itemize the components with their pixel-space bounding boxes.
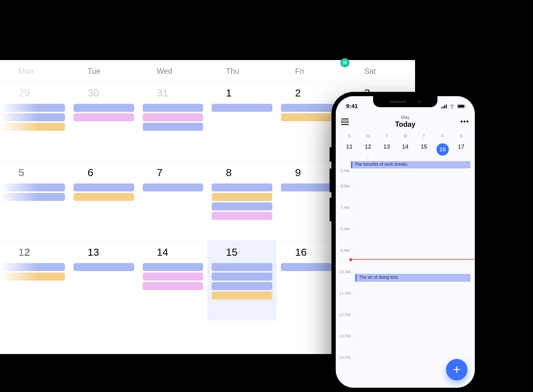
desktop-event-bar[interactable]: [212, 104, 272, 112]
desktop-event-bar[interactable]: [143, 113, 203, 121]
desktop-day-number: 31: [140, 87, 206, 99]
desktop-event-bar[interactable]: [143, 104, 203, 112]
desktop-day-number: 1: [209, 87, 275, 99]
phone-timed-event[interactable]: The art of doing less: [355, 274, 471, 282]
desktop-event-bar[interactable]: [74, 193, 134, 201]
phone-weekday: S: [452, 132, 471, 140]
phone-notch: [373, 96, 437, 107]
phone-date-cell[interactable]: 17: [452, 140, 471, 160]
phone-date-cell[interactable]: 14: [396, 140, 415, 160]
desktop-day-cell[interactable]: 8: [207, 161, 277, 241]
desktop-day-number: 13: [71, 246, 137, 258]
desktop-event-bar[interactable]: [2, 183, 65, 191]
desktop-event-bar[interactable]: [74, 104, 134, 112]
desktop-day-number: 2: [278, 87, 344, 99]
desktop-event-bar[interactable]: [212, 193, 272, 201]
desktop-event-bar[interactable]: [2, 123, 65, 131]
phone-header: May Today •••: [336, 113, 475, 132]
desktop-event-bar[interactable]: [212, 212, 272, 220]
signal-icon: [441, 104, 447, 108]
desktop-day-number: 7: [140, 167, 206, 179]
phone-hour-label: 8 AM: [336, 227, 354, 231]
desktop-event-bar[interactable]: [2, 113, 65, 121]
phone-hour-row: 8 AM: [336, 229, 475, 251]
phone-date-cell[interactable]: 16: [433, 140, 452, 160]
phone-weekday: W: [396, 132, 415, 140]
desktop-day-cell[interactable]: 5: [0, 161, 69, 241]
desktop-event-bar[interactable]: [2, 273, 65, 281]
phone-hour-label: 14 PM: [336, 355, 354, 360]
desktop-day-cell[interactable]: 29: [0, 81, 69, 161]
desktop-day-cell[interactable]: 12: [0, 241, 69, 320]
desktop-weekday: Mon: [0, 67, 69, 76]
phone-date-row: 11121314151617: [336, 140, 475, 160]
svg-rect-5: [458, 105, 464, 107]
desktop-weekday: Tue: [69, 67, 138, 76]
phone-hour-label: 0 AM: [336, 168, 354, 173]
desktop-day-cell[interactable]: 14: [138, 241, 208, 320]
desktop-event-bar[interactable]: [74, 263, 134, 271]
desktop-event-bar[interactable]: [2, 193, 65, 201]
desktop-day-number: 30: [71, 87, 137, 99]
desktop-event-bar[interactable]: [143, 123, 203, 131]
desktop-event-bar[interactable]: [212, 202, 272, 210]
phone-date-cell[interactable]: 15: [414, 140, 433, 160]
phone-volume-down: [330, 198, 331, 221]
desktop-event-bar[interactable]: [143, 273, 203, 281]
phone-allday-event[interactable]: The benefits of work breaks: [351, 161, 471, 168]
desktop-day-cell[interactable]: 6: [69, 161, 138, 241]
svg-rect-0: [441, 107, 442, 108]
phone-silence-switch: [330, 147, 331, 162]
desktop-day-number: 12: [2, 246, 67, 258]
desktop-day-cell[interactable]: 7: [138, 161, 208, 241]
desktop-event-bar[interactable]: [212, 183, 272, 191]
phone-weekday: S: [340, 132, 359, 140]
phone-power-button: [479, 175, 481, 208]
wifi-icon: [449, 104, 455, 108]
desktop-day-cell[interactable]: 30: [69, 81, 138, 161]
svg-rect-2: [444, 105, 445, 108]
more-icon[interactable]: •••: [453, 118, 469, 126]
desktop-event-bar[interactable]: [2, 263, 65, 271]
battery-icon: [457, 104, 466, 108]
desktop-day-cell[interactable]: 1: [207, 81, 277, 161]
svg-rect-3: [446, 104, 447, 108]
phone-hour-row: 7 AM: [336, 208, 475, 229]
phone-hour-row: 6 AM: [336, 186, 475, 208]
phone-screen: 9:41 May Today ••• SMTWTFS 1112: [336, 96, 475, 388]
desktop-event-bar[interactable]: [212, 273, 272, 281]
desktop-event-bar[interactable]: [2, 104, 65, 112]
desktop-day-number: 5: [2, 167, 67, 179]
phone-hour-row: 9 AM: [336, 251, 475, 272]
phone-hour-label: 11 AM: [336, 291, 354, 296]
desktop-event-bar[interactable]: [74, 113, 134, 121]
svg-rect-1: [443, 106, 444, 108]
desktop-day-cell[interactable]: 31: [138, 81, 208, 161]
phone-date-cell[interactable]: 13: [377, 140, 396, 160]
phone-timeline[interactable]: 0 AM6 AM7 AM8 AM9 AM10 AM11 AM12 PM13 PM…: [336, 171, 475, 379]
holiday-badge-icon: 休: [340, 58, 350, 67]
desktop-event-bar[interactable]: [143, 263, 203, 271]
view-switch-icon[interactable]: [341, 119, 357, 125]
desktop-day-number: 6: [71, 167, 137, 179]
desktop-day-cell[interactable]: 13: [69, 241, 138, 320]
add-event-fab[interactable]: +: [446, 359, 467, 380]
phone-hour-row: 0 AM: [336, 171, 475, 186]
desktop-event-bar[interactable]: [143, 183, 203, 191]
timeline-collapse-handle-icon[interactable]: [340, 183, 348, 189]
phone-date-cell[interactable]: 11: [340, 140, 359, 160]
desktop-event-bar[interactable]: [212, 282, 272, 290]
desktop-event-bar[interactable]: [74, 183, 134, 191]
desktop-event-bar[interactable]: [143, 282, 203, 290]
phone-hour-row: 12 PM: [336, 315, 475, 336]
desktop-event-bar[interactable]: [212, 263, 272, 271]
phone-weekday-row: SMTWTFS: [336, 132, 475, 140]
desktop-event-bar[interactable]: [212, 292, 272, 300]
phone-date-cell[interactable]: 12: [359, 140, 377, 160]
phone-weekday: M: [359, 132, 377, 140]
status-time: 9:41: [346, 103, 358, 110]
phone-hour-label: 13 PM: [336, 334, 354, 338]
desktop-day-cell[interactable]: 15: [207, 241, 277, 320]
desktop-day-number: 8: [209, 167, 275, 179]
phone-frame: 9:41 May Today ••• SMTWTFS 1112: [331, 92, 479, 392]
